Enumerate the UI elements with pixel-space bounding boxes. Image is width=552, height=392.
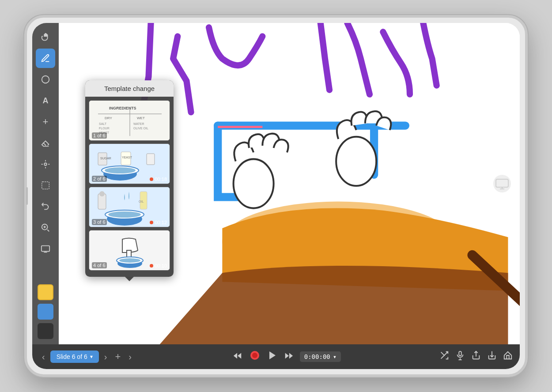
left-toolbar: A + [32, 23, 59, 344]
slide-3-duration: 00:12 [155, 220, 167, 225]
svg-point-5 [234, 159, 274, 208]
svg-text:INGREDIENTS: INGREDIENTS [109, 106, 136, 110]
svg-rect-41 [496, 179, 508, 187]
shape-tool[interactable] [36, 70, 55, 89]
hand-tool[interactable] [36, 27, 55, 47]
next-slide-button[interactable]: › [102, 350, 110, 364]
template-popup-header: Template change [85, 80, 174, 97]
text-tool[interactable]: A [36, 91, 55, 110]
slide-4-duration: 00:10 [155, 263, 167, 268]
slide-indicator[interactable]: Slide 6 of 6 ▾ [50, 351, 99, 363]
eraser-tool[interactable] [36, 133, 55, 153]
canvas-area[interactable]: Template change INGREDIENTS [59, 23, 520, 344]
svg-point-43 [252, 353, 257, 358]
timer-value: 0:00:00 [304, 353, 330, 360]
forward-slide-button[interactable]: › [126, 350, 134, 364]
timer-display[interactable]: 0:00:00 ▾ [300, 351, 341, 362]
slide-3-label: 3 of 6 [92, 219, 107, 225]
shuffle-button[interactable] [439, 351, 449, 363]
svg-rect-2 [42, 182, 49, 189]
slide-1-label: 1 of 6 [92, 132, 107, 139]
home-button[interactable] [503, 351, 513, 363]
color-yellow[interactable] [38, 284, 53, 300]
add-media-button[interactable]: + [36, 112, 55, 132]
slide-2-duration: 00:18 [155, 177, 167, 182]
slide-item-3[interactable]: OIL 3 of 6 [89, 187, 170, 227]
svg-text:SALT: SALT [99, 122, 107, 125]
svg-text:OIL: OIL [139, 200, 144, 203]
svg-point-30 [99, 191, 105, 196]
svg-point-6 [336, 137, 376, 186]
timer-chevron: ▾ [333, 353, 336, 360]
laser-pointer-tool[interactable] [36, 155, 55, 174]
svg-point-27 [105, 167, 136, 173]
rewind-button[interactable] [233, 351, 242, 363]
undo-button[interactable] [36, 197, 55, 216]
slide-item-2[interactable]: SUGAR YEAST 2 of 6 [89, 143, 170, 184]
svg-text:WATER: WATER [133, 122, 144, 125]
bottom-right-controls [439, 351, 513, 363]
svg-text:OLIVE OIL: OLIVE OIL [133, 127, 148, 130]
slide-2-time: 00:18 [150, 177, 167, 182]
slide-2-label: 2 of 6 [92, 176, 107, 182]
slide-list: INGREDIENTS DRY WET SALT FLOUR YEAST WAT… [85, 97, 174, 272]
color-blue[interactable] [38, 304, 53, 320]
svg-text:DRY: DRY [105, 116, 112, 120]
slide-3-time: 00:12 [150, 220, 167, 225]
slide-dropdown-chevron: ▾ [90, 354, 93, 360]
bottom-left-controls: ‹ Slide 6 of 6 ▾ › + › [39, 349, 134, 364]
record-button[interactable] [249, 349, 261, 364]
svg-text:SUGAR: SUGAR [100, 157, 111, 160]
play-button[interactable] [267, 350, 278, 363]
bottom-toolbar: ‹ Slide 6 of 6 ▾ › + › [32, 344, 520, 369]
screen-overlay-indicator [493, 175, 511, 192]
template-change-title: Template change [104, 85, 155, 92]
svg-point-0 [42, 76, 49, 83]
svg-point-1 [44, 163, 47, 166]
tablet-frame: A + [24, 15, 528, 377]
slide-4-time: 00:10 [150, 263, 167, 268]
add-slide-button[interactable]: + [112, 349, 123, 364]
fast-forward-button[interactable] [284, 351, 294, 363]
color-dark[interactable] [38, 323, 53, 339]
screen-tool[interactable] [36, 239, 55, 259]
main-area: A + [32, 23, 520, 344]
select-tool[interactable] [36, 176, 55, 195]
zoom-tool[interactable] [36, 218, 55, 237]
bottom-center-controls: 0:00:00 ▾ [233, 349, 341, 364]
mic-button[interactable] [455, 351, 465, 363]
slide-item-1[interactable]: INGREDIENTS DRY WET SALT FLOUR YEAST WAT… [89, 100, 170, 141]
tablet-screen: A + [32, 23, 520, 369]
svg-point-40 [119, 258, 140, 263]
pencil-tool[interactable] [36, 49, 55, 68]
slide-item-4[interactable]: 4 of 6 00:10 [89, 230, 170, 271]
share-button[interactable] [471, 351, 481, 363]
svg-rect-44 [459, 351, 461, 356]
slide-indicator-label: Slide 6 of 6 [57, 353, 87, 360]
svg-rect-24 [147, 154, 155, 165]
download-button[interactable] [487, 351, 497, 363]
prev-slide-button[interactable]: ‹ [39, 350, 48, 364]
svg-point-35 [108, 211, 141, 218]
svg-text:WET: WET [137, 116, 145, 120]
slide-4-label: 4 of 6 [92, 262, 107, 268]
template-popup: Template change INGREDIENTS [85, 80, 174, 277]
svg-text:YEAST: YEAST [122, 156, 132, 159]
svg-rect-4 [42, 246, 49, 252]
svg-text:FLOUR: FLOUR [99, 127, 110, 130]
side-button[interactable] [26, 187, 28, 205]
